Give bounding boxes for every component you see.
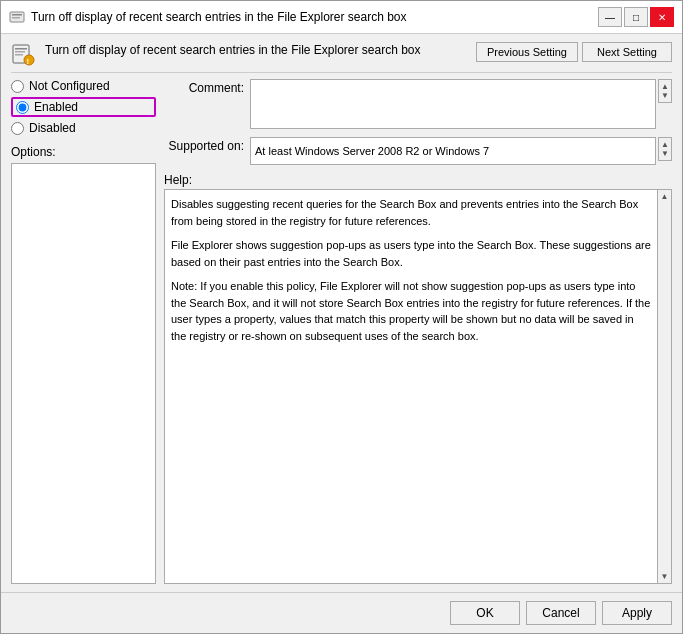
title-bar-controls: — □ ✕ [598, 7, 674, 27]
enabled-label: Enabled [34, 100, 78, 114]
window-title: Turn off display of recent search entrie… [31, 10, 592, 24]
supported-row: Supported on: At least Windows Server 20… [164, 137, 672, 165]
disabled-radio[interactable] [11, 122, 24, 135]
help-label: Help: [164, 173, 672, 187]
svg-text:!: ! [27, 57, 30, 66]
scroll-up-icon2: ▲ [661, 140, 669, 149]
close-button[interactable]: ✕ [650, 7, 674, 27]
options-box [11, 163, 156, 584]
title-bar: Turn off display of recent search entrie… [1, 1, 682, 34]
scroll-up-icon: ▲ [661, 82, 669, 91]
left-panel: Not Configured Enabled Disabled Options: [11, 79, 156, 584]
disabled-label: Disabled [29, 121, 76, 135]
enabled-radio[interactable] [16, 101, 29, 114]
previous-setting-button[interactable]: Previous Setting [476, 42, 578, 62]
help-scroll-up-icon: ▲ [661, 192, 669, 201]
supported-value: At least Windows Server 2008 R2 or Windo… [250, 137, 656, 165]
disabled-option[interactable]: Disabled [11, 121, 156, 135]
policy-title: Turn off display of recent search entrie… [45, 42, 466, 59]
minimize-button[interactable]: — [598, 7, 622, 27]
not-configured-radio[interactable] [11, 80, 24, 93]
maximize-button[interactable]: □ [624, 7, 648, 27]
comment-field: ▲ ▼ [250, 79, 672, 129]
ok-button[interactable]: OK [450, 601, 520, 625]
apply-button[interactable]: Apply [602, 601, 672, 625]
help-content: Disables suggesting recent queries for t… [164, 189, 672, 584]
help-scrollbar[interactable]: ▲ ▼ [658, 189, 672, 584]
not-configured-option[interactable]: Not Configured [11, 79, 156, 93]
cancel-button[interactable]: Cancel [526, 601, 596, 625]
svg-rect-6 [15, 54, 23, 56]
supported-label: Supported on: [164, 137, 244, 153]
comment-scrollbar[interactable]: ▲ ▼ [658, 79, 672, 103]
help-section: Help: Disables suggesting recent queries… [164, 173, 672, 584]
header-row: ! Turn off display of recent search entr… [11, 42, 672, 73]
right-panel: Comment: ▲ ▼ Supported on: At least Wind… [164, 79, 672, 584]
main-layout: Not Configured Enabled Disabled Options: [11, 79, 672, 584]
navigation-buttons: Previous Setting Next Setting [476, 42, 672, 62]
options-label: Options: [11, 145, 56, 159]
not-configured-label: Not Configured [29, 79, 110, 93]
supported-scrollbar[interactable]: ▲ ▼ [658, 137, 672, 161]
main-window: Turn off display of recent search entrie… [0, 0, 683, 634]
radio-group: Not Configured Enabled Disabled [11, 79, 156, 135]
svg-rect-4 [15, 48, 27, 50]
scroll-down-icon: ▼ [661, 91, 669, 100]
policy-icon: ! [11, 42, 35, 66]
comment-row: Comment: ▲ ▼ [164, 79, 672, 129]
next-setting-button[interactable]: Next Setting [582, 42, 672, 62]
help-scroll-down-icon: ▼ [661, 572, 669, 581]
scroll-down-icon2: ▼ [661, 149, 669, 158]
help-paragraph-2: File Explorer shows suggestion pop-ups a… [171, 237, 651, 270]
supported-field-wrapper: At least Windows Server 2008 R2 or Windo… [250, 137, 672, 165]
svg-rect-2 [12, 17, 20, 19]
comment-label: Comment: [164, 79, 244, 95]
svg-rect-1 [12, 14, 22, 16]
window-icon [9, 9, 25, 25]
content-area: ! Turn off display of recent search entr… [1, 34, 682, 592]
comment-input[interactable] [250, 79, 656, 129]
svg-rect-5 [15, 51, 25, 53]
enabled-option[interactable]: Enabled [11, 97, 156, 117]
help-text: Disables suggesting recent queries for t… [164, 189, 658, 584]
help-paragraph-3: Note: If you enable this policy, File Ex… [171, 278, 651, 344]
bottom-bar: OK Cancel Apply [1, 592, 682, 633]
help-paragraph-1: Disables suggesting recent queries for t… [171, 196, 651, 229]
options-section: Options: [11, 145, 156, 159]
